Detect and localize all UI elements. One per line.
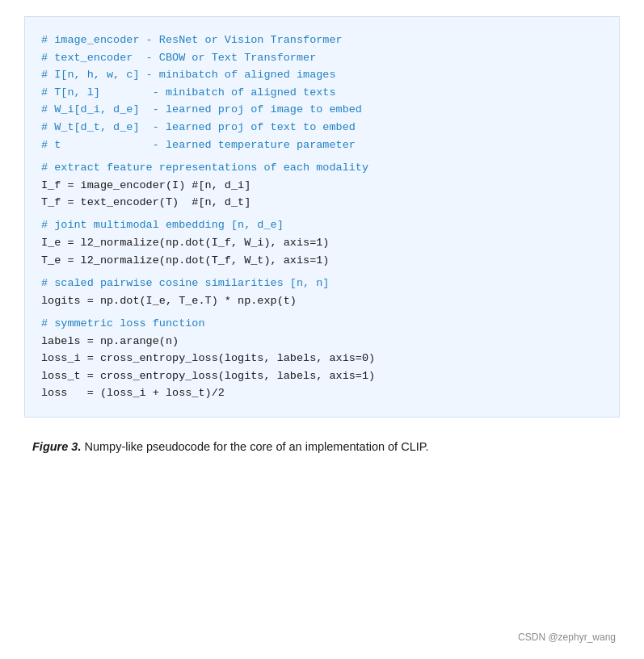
code-comment-line: # symmetric loss function — [41, 315, 603, 333]
code-comment-line: # W_i[d_i, d_e] - learned proj of image … — [41, 101, 603, 119]
code-comment-line: # text_encoder - CBOW or Text Transforme… — [41, 49, 603, 67]
code-normal-line: labels = np.arange(n) — [41, 333, 603, 350]
code-empty-line — [41, 269, 603, 275]
code-comment-line: # W_t[d_t, d_e] - learned proj of text t… — [41, 119, 603, 136]
code-comment-line: # scaled pairwise cosine similarities [n… — [41, 275, 603, 292]
code-normal-line: I_e = l2_normalize(np.dot(I_f, W_i), axi… — [41, 234, 603, 252]
code-normal-line: logits = np.dot(I_e, T_e.T) * np.exp(t) — [41, 292, 603, 310]
code-normal-line: I_f = image_encoder(I) #[n, d_i] — [41, 177, 603, 195]
code-comment-line: # joint multimodal embedding [n, d_e] — [41, 216, 603, 234]
code-normal-line: loss = (loss_i + loss_t)/2 — [41, 384, 603, 402]
caption-paragraph: Figure 3. Numpy-like pseudocode for the … — [32, 438, 612, 455]
code-empty-line — [41, 212, 603, 217]
code-comment-line: # t - learned temperature parameter — [41, 136, 603, 154]
page-container: # image_encoder - ResNet or Vision Trans… — [0, 0, 644, 659]
watermark: CSDN @zephyr_wang — [24, 623, 620, 643]
code-comment-line: # T[n, l] - minibatch of aligned texts — [41, 84, 603, 102]
code-block: # image_encoder - ResNet or Vision Trans… — [24, 16, 620, 418]
code-comment-line: # extract feature representations of eac… — [41, 159, 603, 177]
code-normal-line: T_f = text_encoder(T) #[n, d_t] — [41, 194, 603, 212]
watermark-text: CSDN @zephyr_wang — [518, 632, 616, 643]
code-comment-line: # I[n, h, w, c] - minibatch of aligned i… — [41, 66, 603, 84]
figure-label: Figure 3. — [32, 440, 81, 453]
code-empty-line — [41, 309, 603, 315]
code-normal-line: loss_i = cross_entropy_loss(logits, labe… — [41, 350, 603, 367]
figure-caption: Figure 3. Numpy-like pseudocode for the … — [24, 434, 620, 460]
code-normal-line: T_e = l2_normalize(np.dot(T_f, W_t), axi… — [41, 252, 603, 270]
figure-description: Numpy-like pseudocode for the core of an… — [81, 440, 428, 453]
code-normal-line: loss_t = cross_entropy_loss(logits, labe… — [41, 367, 603, 385]
code-comment-line: # image_encoder - ResNet or Vision Trans… — [41, 31, 603, 49]
code-empty-line — [41, 153, 603, 159]
